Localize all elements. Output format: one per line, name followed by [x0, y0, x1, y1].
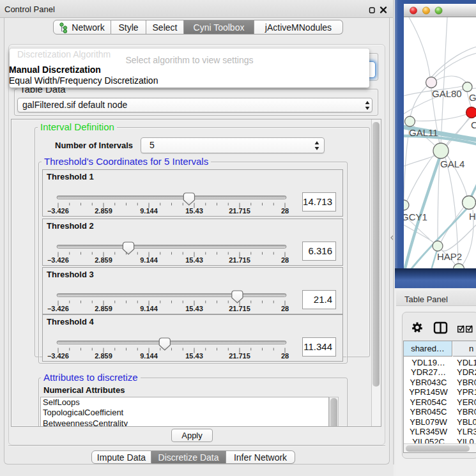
- svg-text:HAP2: HAP2: [437, 251, 462, 262]
- svg-text:GA: GA: [469, 92, 476, 103]
- svg-text:GCY1: GCY1: [404, 211, 427, 222]
- svg-text:H: H: [469, 211, 476, 222]
- svg-text:C: C: [471, 119, 476, 130]
- svg-text:GAL11: GAL11: [409, 127, 438, 138]
- svg-text:GAL4: GAL4: [440, 158, 464, 169]
- svg-text:GAL80: GAL80: [432, 88, 462, 99]
